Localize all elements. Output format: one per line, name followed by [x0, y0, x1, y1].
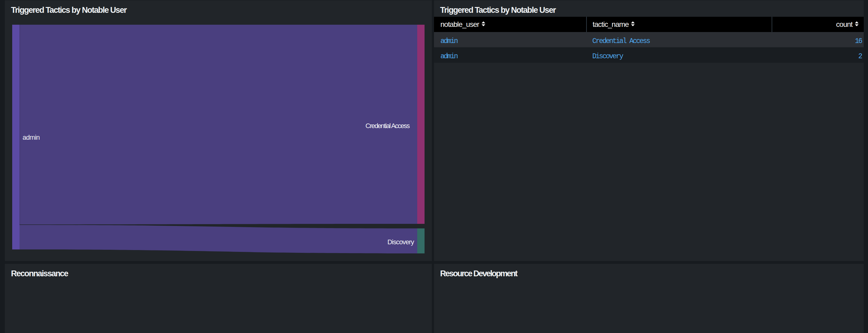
svg-text:admin: admin: [23, 133, 40, 141]
svg-text:Credential Access: Credential Access: [365, 122, 410, 130]
svg-text:Discovery: Discovery: [388, 238, 414, 246]
